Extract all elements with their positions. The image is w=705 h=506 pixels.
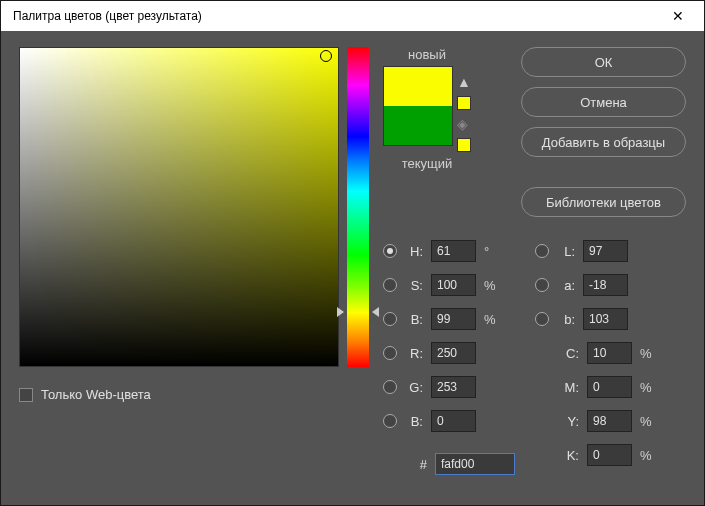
color-fields: H: 61 ° S: 100 % B: 99 %: [383, 239, 686, 475]
ok-button[interactable]: ОК: [521, 47, 686, 77]
titlebar: Палитра цветов (цвет результата) ✕: [1, 1, 704, 31]
y-row: Y: 98 %: [535, 409, 654, 433]
s-input[interactable]: 100: [431, 274, 476, 296]
c-input[interactable]: 10: [587, 342, 632, 364]
k-input[interactable]: 0: [587, 444, 632, 466]
b-hsb-unit: %: [484, 312, 498, 327]
l-label: L:: [557, 244, 575, 259]
a-row: a: -18: [535, 273, 654, 297]
b-hsb-row: B: 99 %: [383, 307, 515, 331]
color-libraries-button[interactable]: Библиотеки цветов: [521, 187, 686, 217]
b-hsb-radio[interactable]: [383, 312, 397, 326]
y-unit: %: [640, 414, 654, 429]
b-lab-radio[interactable]: [535, 312, 549, 326]
current-color-swatch[interactable]: [384, 106, 452, 145]
lab-cmyk-column: L: 97 a: -18 b: 103: [535, 239, 654, 475]
h-row: H: 61 °: [383, 239, 515, 263]
k-row: K: 0 %: [535, 443, 654, 467]
color-swatches: [383, 66, 453, 146]
a-label: a:: [557, 278, 575, 293]
b-rgb-input[interactable]: 0: [431, 410, 476, 432]
gamut-warning-icon[interactable]: ▲: [457, 74, 471, 90]
websafe-swatch[interactable]: [457, 138, 471, 152]
l-input[interactable]: 97: [583, 240, 628, 262]
l-radio[interactable]: [535, 244, 549, 258]
web-only-label: Только Web-цвета: [41, 387, 151, 402]
h-label: H:: [405, 244, 423, 259]
hsb-rgb-column: H: 61 ° S: 100 % B: 99 %: [383, 239, 515, 475]
button-column: ОК Отмена Добавить в образцы Библиотеки …: [521, 47, 686, 217]
y-input[interactable]: 98: [587, 410, 632, 432]
k-label: K:: [557, 448, 579, 463]
websafe-warning-icon[interactable]: ◈: [457, 116, 471, 132]
top-row: новый ▲ ◈ текущий: [383, 47, 686, 217]
b-lab-label: b:: [557, 312, 575, 327]
m-row: M: 0 %: [535, 375, 654, 399]
c-label: C:: [557, 346, 579, 361]
g-radio[interactable]: [383, 380, 397, 394]
close-icon[interactable]: ✕: [664, 4, 692, 28]
new-color-swatch[interactable]: [384, 67, 452, 106]
window-title: Палитра цветов (цвет результата): [13, 9, 202, 23]
picker-area: [19, 47, 369, 367]
swatch-icons: ▲ ◈: [457, 66, 471, 152]
b-lab-row: b: 103: [535, 307, 654, 331]
h-unit: °: [484, 244, 498, 259]
r-label: R:: [405, 346, 423, 361]
g-input[interactable]: 253: [431, 376, 476, 398]
cancel-button[interactable]: Отмена: [521, 87, 686, 117]
swatch-block: новый ▲ ◈ текущий: [383, 47, 471, 217]
gamut-swatch[interactable]: [457, 96, 471, 110]
m-input[interactable]: 0: [587, 376, 632, 398]
current-swatch-label: текущий: [402, 156, 453, 171]
r-row: R: 250: [383, 341, 515, 365]
g-row: G: 253: [383, 375, 515, 399]
sv-cursor-icon: [320, 50, 332, 62]
s-label: S:: [405, 278, 423, 293]
b-rgb-row: B: 0: [383, 409, 515, 433]
h-radio[interactable]: [383, 244, 397, 258]
hex-input[interactable]: fafd00: [435, 453, 515, 475]
left-column: Только Web-цвета: [19, 47, 369, 489]
m-unit: %: [640, 380, 654, 395]
hue-indicator-right-icon: [372, 307, 379, 317]
hex-row: # fafd00: [383, 453, 515, 475]
s-row: S: 100 %: [383, 273, 515, 297]
saturation-value-picker[interactable]: [19, 47, 339, 367]
c-unit: %: [640, 346, 654, 361]
b-hsb-input[interactable]: 99: [431, 308, 476, 330]
l-row: L: 97: [535, 239, 654, 263]
r-radio[interactable]: [383, 346, 397, 360]
content-area: Только Web-цвета новый ▲ ◈: [1, 31, 704, 505]
b-rgb-label: B:: [405, 414, 423, 429]
hex-label: #: [383, 457, 427, 472]
r-input[interactable]: 250: [431, 342, 476, 364]
k-unit: %: [640, 448, 654, 463]
web-only-row: Только Web-цвета: [19, 387, 369, 402]
b-lab-input[interactable]: 103: [583, 308, 628, 330]
g-label: G:: [405, 380, 423, 395]
m-label: M:: [557, 380, 579, 395]
a-radio[interactable]: [535, 278, 549, 292]
s-radio[interactable]: [383, 278, 397, 292]
web-only-checkbox[interactable]: [19, 388, 33, 402]
y-label: Y:: [557, 414, 579, 429]
hue-slider[interactable]: [347, 47, 369, 367]
c-row: C: 10 %: [535, 341, 654, 365]
b-hsb-label: B:: [405, 312, 423, 327]
right-column: новый ▲ ◈ текущий: [383, 47, 686, 489]
s-unit: %: [484, 278, 498, 293]
hue-indicator-left-icon: [337, 307, 344, 317]
b-rgb-radio[interactable]: [383, 414, 397, 428]
add-swatch-button[interactable]: Добавить в образцы: [521, 127, 686, 157]
new-swatch-label: новый: [408, 47, 446, 62]
color-picker-dialog: Палитра цветов (цвет результата) ✕ Тольк…: [0, 0, 705, 506]
h-input[interactable]: 61: [431, 240, 476, 262]
a-input[interactable]: -18: [583, 274, 628, 296]
